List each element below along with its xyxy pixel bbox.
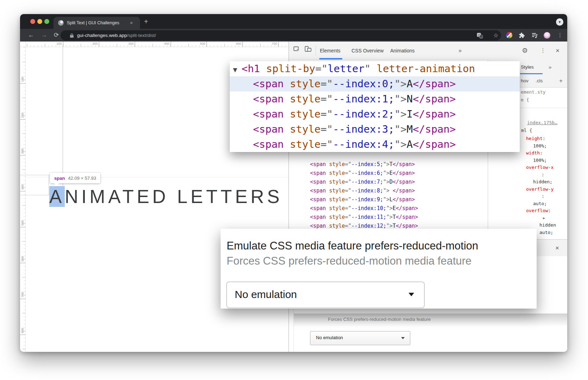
ruler-tick [99,42,99,47]
tooltip-tag-name: span [54,176,65,181]
select-arrow-icon [401,337,405,341]
popup-title: Emulate CSS media feature prefers-reduce… [227,240,478,252]
browser-update-chevron-icon[interactable]: ▾ [556,18,563,26]
inspect-element-icon[interactable] [293,45,301,53]
browser-menu-icon[interactable]: ⋮ [557,29,563,42]
element-style-label[interactable]: ement.sty [521,89,545,95]
url-path: /split-text/dist/ [127,33,156,38]
ruler-tick [20,83,25,84]
html-selector[interactable]: ml { [521,128,532,133]
code-line[interactable]: <span style="--index:1;">N</span> [230,91,520,107]
code-line[interactable]: <span style="--index:3;">M</span> [230,122,520,137]
translate-icon[interactable]: G a [477,33,483,38]
ruler-label: 700 [21,292,24,297]
code-line[interactable]: <span style="--index:2;">I</span> [230,107,520,122]
back-button[interactable]: ← [28,29,34,42]
elements-tree[interactable]: <span style="--index:5;">T</span><span s… [310,160,418,230]
ruler-tick [171,42,171,47]
window-titlebar: Split Text | GUI Challenges × + ▾ [20,14,567,29]
tree-row[interactable]: <span style="--index:6;">E</span> [310,169,418,178]
add-rule-icon[interactable]: + [559,75,563,87]
tab-styles[interactable]: Styles [521,60,534,75]
maximize-window-button[interactable] [44,19,49,24]
code-line[interactable]: <span style="--index:4;">A</span> [230,137,520,152]
tree-row[interactable]: <span style="--index:5;">T</span> [310,160,418,169]
more-tabs-icon[interactable]: » [459,42,462,60]
tooltip-dimensions: 42.09 × 57.93 [68,176,96,181]
h1-code-line[interactable]: ▼ <h1 split-by="letter" letter-animation [230,61,520,76]
reduced-motion-select[interactable]: No emulation [310,331,410,345]
css-property-line[interactable]: 100%; [524,157,556,164]
css-properties-list[interactable]: height:100%;width:100%;overflow-x:hidden… [524,135,556,236]
select-value: No emulation [316,331,343,344]
minimize-window-button[interactable] [37,19,42,24]
reload-button[interactable]: ⟳ [54,29,59,42]
span-code-lines[interactable]: <span style="--index:0;">A</span><span s… [230,76,520,152]
css-property-line[interactable]: overflow-x [524,164,556,171]
css-property-line[interactable]: 100%; [524,142,556,150]
svg-text:a: a [480,36,482,38]
tree-row[interactable]: <span style="--index:8;"> </span> [310,186,418,195]
css-property-line[interactable]: width: [524,150,556,157]
profile-avatar[interactable] [544,32,550,39]
element-style-brace[interactable]: e { [521,97,529,102]
screenshot-canvas: Split Text | GUI Challenges × + ▾ ← → ⟳ … [0,0,588,380]
hov-toggle[interactable]: hov [521,75,529,87]
ruler-tick [278,42,279,47]
magnified-code-overlay: ▼ <h1 split-by="letter" letter-animation… [230,61,520,152]
magnified-reduced-motion-overlay: Emulate CSS media feature prefers-reduce… [221,229,537,309]
popup-select-arrow-icon [409,293,414,299]
close-window-button[interactable] [30,19,35,24]
tab-title: Split Text | GUI Challenges [67,17,119,29]
ruler-label: 300 [21,148,24,154]
css-property-line[interactable]: : [524,171,556,179]
playlist-music-icon[interactable] [531,32,538,39]
forward-button[interactable]: → [41,29,47,42]
css-property-line[interactable]: overflow: [524,207,556,215]
drawer-close-icon[interactable]: × [555,240,559,256]
css-property-line[interactable]: hidden; [524,178,556,186]
ruler-label: 500 [21,220,24,226]
tree-row[interactable]: <span style="--index:7;">D</span> [310,178,418,186]
address-bar[interactable]: gui-challenges.web.app/split-text/dist/ … [61,30,501,40]
tree-row[interactable]: <span style="--index:9;">L</span> [310,195,418,204]
stylesheet-link[interactable]: index.175b… [527,120,557,125]
ruler-tick [20,191,25,191]
ruler-tick [242,42,243,47]
code-line[interactable]: <span style="--index:0;">A</span> [230,76,520,91]
browser-tab[interactable]: Split Text | GUI Challenges × [53,17,140,29]
ruler-tick [20,119,25,120]
ruler-label: 500 [200,42,205,45]
bookmark-star-icon[interactable]: ☆ [493,30,498,40]
popup-emulation-select[interactable]: No emulation [226,281,425,308]
cls-toggle[interactable]: .cls [536,75,543,87]
extension-colorwheel-icon[interactable] [506,32,512,38]
tab-css-overview[interactable]: CSS Overview [352,42,384,60]
sidebar-more-tabs-icon[interactable]: » [549,60,551,75]
devtools-menu-icon[interactable]: ⋮ [540,42,546,60]
ruler-tick [20,263,25,263]
tree-row[interactable]: <span style="--index:11;">T</span> [310,213,418,222]
settings-gear-icon[interactable]: ⚙ [522,42,528,60]
ruler-label: 400 [164,42,169,45]
ruler-label: 600 [236,42,241,45]
tree-row[interactable]: <span style="--index:10;">E</span> [310,204,418,213]
css-property-line[interactable]: hidden [524,222,556,229]
css-property-line[interactable]: ▶ [524,215,556,222]
tab-animations[interactable]: Animations [390,42,415,60]
tab-close-icon[interactable]: × [130,17,133,29]
ruler-label: 700 [272,42,277,45]
url-text[interactable]: gui-challenges.web.app/split-text/dist/ [77,30,156,40]
ruler-label: 800 [21,328,24,333]
highlighted-letter: A [49,186,65,207]
css-property-line[interactable]: auto; [524,200,556,208]
ruler-label: 600 [21,256,24,261]
css-property-line[interactable]: height: [524,135,556,142]
new-tab-button[interactable]: + [144,14,148,29]
css-property-line[interactable]: : [524,193,556,200]
extensions-puzzle-icon[interactable] [519,32,525,39]
device-toolbar-icon[interactable] [304,45,312,53]
tab-elements[interactable]: Elements [320,42,340,60]
css-property-line[interactable]: overflow-y [524,186,556,193]
devtools-close-icon[interactable]: × [556,42,559,60]
